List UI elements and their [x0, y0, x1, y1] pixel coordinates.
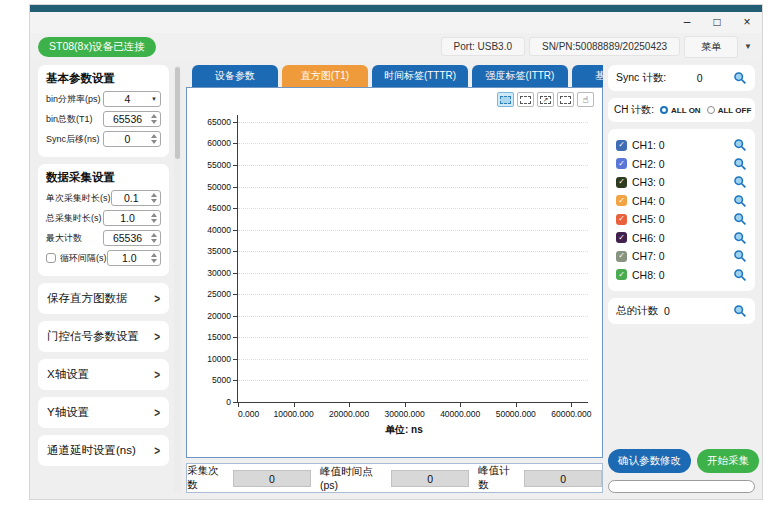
- total-count-card: 总的计数 0: [608, 298, 755, 324]
- sync-shift-label: Sync后移(ns): [46, 133, 100, 146]
- channel-count-label: CH1: 0: [632, 139, 733, 151]
- y-axis-label: Y轴设置: [47, 405, 89, 420]
- menu-caret-icon[interactable]: ▼: [744, 42, 752, 51]
- y-tick-label: 60000: [207, 138, 231, 148]
- total-duration-value: 1.0: [104, 212, 151, 224]
- spinner-arrows-icon[interactable]: [151, 134, 157, 144]
- chevron-right-icon: >: [154, 292, 160, 305]
- total-magnifier-icon[interactable]: [733, 304, 747, 318]
- serial-number-label: SN/PN:50088889/20250423: [529, 37, 680, 56]
- confirm-params-button[interactable]: 确认参数修改: [608, 449, 691, 473]
- gate-signal-label: 门控信号参数设置: [47, 329, 139, 344]
- channel-checkbox[interactable]: ✓: [616, 195, 627, 206]
- all-off-radio[interactable]: ALL OFF: [707, 106, 752, 115]
- single-duration-spinner[interactable]: 0.1: [111, 190, 162, 206]
- bin-count-value: 65536: [104, 113, 151, 125]
- channel-checkbox[interactable]: ✓: [616, 177, 627, 188]
- channel-magnifier-icon[interactable]: [733, 138, 747, 152]
- sync-shift-spinner[interactable]: 0: [103, 131, 161, 147]
- chart-area[interactable]: 单位: ns 050001000015000200002500030000350…: [187, 88, 602, 457]
- loop-interval-checkbox[interactable]: [46, 253, 56, 263]
- tab-histogram-t1[interactable]: 直方图(T1): [282, 65, 368, 87]
- histogram-plot[interactable]: 单位: ns 050001000015000200002500030000350…: [237, 115, 588, 403]
- device-status-badge: ST08(8x)设备已连接: [38, 37, 156, 57]
- box-zoom-horizontal-icon[interactable]: [517, 92, 534, 107]
- chevron-right-icon: >: [154, 406, 160, 419]
- channel-magnifier-icon[interactable]: [733, 175, 747, 189]
- start-acquisition-button[interactable]: 开始采集: [697, 449, 759, 473]
- channel-checkbox[interactable]: ✓: [616, 140, 627, 151]
- box-zoom-icon[interactable]: [557, 92, 574, 107]
- sync-magnifier-icon[interactable]: [733, 71, 747, 85]
- channel-checkbox[interactable]: ✓: [616, 232, 627, 243]
- channel-magnifier-icon[interactable]: [733, 212, 747, 226]
- spinner-arrows-icon[interactable]: [151, 233, 157, 243]
- y-tick-label: 45000: [207, 203, 231, 213]
- save-histogram-section[interactable]: 保存直方图数据 >: [38, 283, 169, 314]
- y-tick-label: 35000: [207, 246, 231, 256]
- bin-count-spinner[interactable]: 65536: [103, 111, 161, 127]
- channel-checkbox[interactable]: ✓: [616, 251, 627, 262]
- gridline: [238, 230, 588, 231]
- channel-delay-section[interactable]: 通道延时设置(ns) >: [38, 435, 169, 466]
- settings-sidebar: 基本参数设置 bin分辨率(ps) 4 ▼ bin总数(T1) 65536: [38, 65, 169, 493]
- spinner-arrows-icon[interactable]: [151, 253, 157, 263]
- x-axis-unit-label: 单位: ns: [385, 423, 423, 437]
- minimize-button[interactable]: –: [672, 12, 702, 33]
- loop-interval-spinner[interactable]: 1.0: [107, 250, 162, 266]
- x-axis-section[interactable]: X轴设置 >: [38, 359, 169, 390]
- y-tick-mark: [233, 208, 238, 209]
- spinner-arrows-icon[interactable]: [151, 193, 157, 203]
- y-tick-mark: [233, 187, 238, 188]
- tab-intensity-tag-ittr[interactable]: 强度标签(ITTR): [472, 65, 568, 87]
- sync-shift-value: 0: [104, 133, 151, 145]
- gridline: [238, 273, 588, 274]
- pan-hand-icon[interactable]: ☝: [577, 92, 594, 107]
- channel-magnifier-icon[interactable]: [733, 231, 747, 245]
- counts-panel: Sync 计数: 0 CH 计数: ALL ON ALL OFF ✓CH1: 0…: [608, 65, 755, 493]
- y-tick-mark: [233, 337, 238, 338]
- radio-off-icon: [707, 106, 715, 114]
- y-tick-label: 30000: [207, 268, 231, 278]
- y-tick-mark: [233, 273, 238, 274]
- max-count-spinner[interactable]: 65536: [103, 230, 161, 246]
- y-axis-section[interactable]: Y轴设置 >: [38, 397, 169, 428]
- channel-magnifier-icon[interactable]: [733, 157, 747, 171]
- peak-count-label: 峰值计数: [478, 464, 515, 492]
- gridline: [238, 294, 588, 295]
- spinner-arrows-icon[interactable]: [151, 213, 157, 223]
- tab-basic-coincidence[interactable]: 基础符合: [572, 65, 603, 87]
- y-tick-mark: [233, 380, 238, 381]
- channel-magnifier-icon[interactable]: [733, 268, 747, 282]
- channel-checkbox[interactable]: ✓: [616, 158, 627, 169]
- channel-checkbox[interactable]: ✓: [616, 214, 627, 225]
- tab-time-tag-tttr[interactable]: 时间标签(TTTR): [372, 65, 468, 87]
- box-zoom-arrow-icon[interactable]: ↗: [537, 92, 554, 107]
- channel-count-label: CH4: 0: [632, 195, 733, 207]
- bin-resolution-dropdown[interactable]: 4 ▼: [103, 91, 161, 107]
- sidebar-scrollbar[interactable]: [174, 65, 181, 493]
- total-duration-spinner[interactable]: 1.0: [103, 210, 161, 226]
- y-tick-label: 65000: [207, 117, 231, 127]
- x-tick-label: 0.000: [238, 409, 259, 419]
- spinner-arrows-icon[interactable]: [151, 114, 157, 124]
- channel-row: ✓CH4: 0: [616, 192, 747, 211]
- y-tick-label: 20000: [207, 311, 231, 321]
- channel-row: ✓CH7: 0: [616, 247, 747, 266]
- menu-label: 菜单: [701, 41, 721, 52]
- x-tick-mark: [405, 402, 406, 407]
- gridline: [238, 359, 588, 360]
- channel-magnifier-icon[interactable]: [733, 249, 747, 263]
- menu-button[interactable]: 菜单: [684, 36, 738, 58]
- channel-magnifier-icon[interactable]: [733, 194, 747, 208]
- channel-checkbox[interactable]: ✓: [616, 269, 627, 280]
- all-on-radio[interactable]: ALL ON: [660, 106, 701, 115]
- scrollbar-thumb[interactable]: [175, 67, 180, 159]
- gate-signal-section[interactable]: 门控信号参数设置 >: [38, 321, 169, 352]
- tab-device-params[interactable]: 设备参数: [192, 65, 278, 87]
- box-zoom-active-icon[interactable]: [497, 92, 514, 107]
- close-button[interactable]: ×: [732, 12, 762, 33]
- channel-row: ✓CH8: 0: [616, 266, 747, 285]
- total-count-label: 总的计数: [616, 304, 658, 318]
- maximize-button[interactable]: □: [702, 12, 732, 33]
